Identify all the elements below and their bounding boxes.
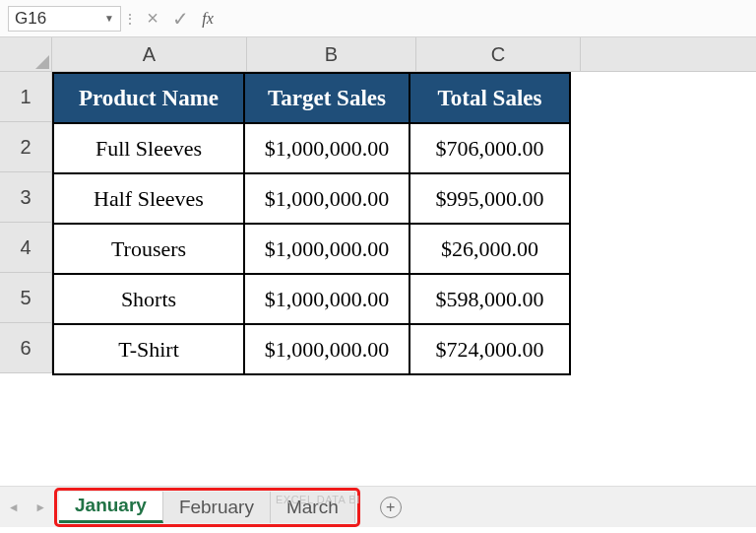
cell[interactable]: $995,000.00: [410, 173, 570, 224]
cell[interactable]: $706,000.00: [410, 123, 570, 173]
cell[interactable]: Half Sleeves: [53, 173, 244, 224]
table-row: Trousers $1,000,000.00 $26,000.00: [53, 224, 570, 274]
cell[interactable]: $598,000.00: [410, 274, 570, 324]
cell[interactable]: $1,000,000.00: [244, 224, 410, 274]
spreadsheet-grid: A B C 1 2 3 4 5 6 Product Name Target Sa…: [0, 37, 756, 486]
cell[interactable]: Shorts: [53, 274, 244, 324]
cell[interactable]: $1,000,000.00: [244, 274, 410, 324]
cell[interactable]: Trousers: [53, 224, 244, 274]
enter-icon: ✓: [166, 7, 194, 31]
separator-icon: ⋮: [123, 11, 137, 27]
formula-bar: G16 ▼ ⋮ × ✓ fx: [0, 0, 756, 37]
name-box[interactable]: G16 ▼: [8, 6, 121, 32]
row-header-5[interactable]: 5: [0, 273, 52, 323]
cell[interactable]: $1,000,000.00: [244, 324, 410, 374]
triangle-icon: [35, 55, 49, 69]
column-headers: A B C: [52, 37, 756, 72]
cancel-icon: ×: [139, 7, 166, 31]
sheet-tab-march[interactable]: March: [271, 492, 355, 523]
row-header-1[interactable]: 1: [0, 72, 52, 122]
fx-icon[interactable]: fx: [194, 7, 221, 31]
header-total-sales[interactable]: Total Sales: [410, 73, 570, 123]
bottom-bar: ◄ ► January February March EXCEL DATA BI…: [0, 486, 756, 533]
row-headers: 1 2 3 4 5 6: [0, 72, 52, 373]
dropdown-icon[interactable]: ▼: [104, 13, 114, 24]
data-table: Product Name Target Sales Total Sales Fu…: [52, 72, 571, 375]
tabs-highlight-box: January February March EXCEL DATA BI: [54, 488, 360, 527]
select-all-corner[interactable]: [0, 37, 52, 72]
chevron-right-icon[interactable]: ►: [34, 500, 46, 514]
chevron-left-icon[interactable]: ◄: [8, 500, 20, 514]
cell[interactable]: Full Sleeves: [53, 123, 244, 173]
col-header-c[interactable]: C: [416, 37, 581, 72]
cell[interactable]: $26,000.00: [410, 224, 570, 274]
cell[interactable]: $1,000,000.00: [244, 173, 410, 224]
row-header-3[interactable]: 3: [0, 172, 52, 223]
table-header-row: Product Name Target Sales Total Sales: [53, 73, 570, 123]
col-header-b[interactable]: B: [247, 37, 416, 72]
name-box-value: G16: [15, 9, 46, 29]
cell[interactable]: $1,000,000.00: [244, 123, 410, 173]
sheet-tab-january[interactable]: January: [59, 492, 163, 523]
sheet-nav-arrows[interactable]: ◄ ►: [0, 500, 54, 514]
sheet-tabs-row: ◄ ► January February March EXCEL DATA BI…: [0, 486, 756, 527]
table-row: Shorts $1,000,000.00 $598,000.00: [53, 274, 570, 324]
cell[interactable]: T-Shirt: [53, 324, 244, 374]
row-header-2[interactable]: 2: [0, 122, 52, 172]
table-row: Full Sleeves $1,000,000.00 $706,000.00: [53, 123, 570, 173]
formula-input[interactable]: [231, 6, 756, 32]
cell[interactable]: $724,000.00: [410, 324, 570, 374]
header-product-name[interactable]: Product Name: [53, 73, 244, 123]
col-header-a[interactable]: A: [52, 37, 247, 72]
row-header-4[interactable]: 4: [0, 223, 52, 273]
table-row: T-Shirt $1,000,000.00 $724,000.00: [53, 324, 570, 374]
row-header-6[interactable]: 6: [0, 323, 52, 373]
plus-icon: +: [380, 497, 402, 518]
col-header-empty[interactable]: [581, 37, 756, 72]
add-sheet-button[interactable]: +: [375, 492, 407, 523]
sheet-tab-february[interactable]: February: [163, 492, 271, 523]
header-target-sales[interactable]: Target Sales: [244, 73, 410, 123]
table-row: Half Sleeves $1,000,000.00 $995,000.00: [53, 173, 570, 224]
